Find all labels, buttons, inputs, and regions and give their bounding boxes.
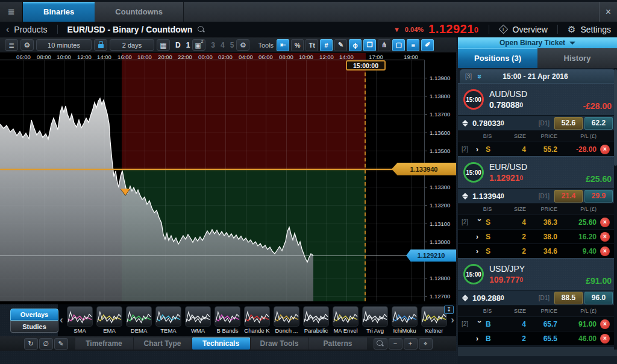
position-row[interactable]: ›S234.69.40× <box>458 243 617 258</box>
sell-quote-button[interactable]: 21.4 <box>554 190 583 202</box>
layout-count-3[interactable]: 3 <box>211 41 215 49</box>
download-icon[interactable]: ↧ <box>444 306 454 314</box>
position-card-aud-usd[interactable]: 15:00AUD/USD0.780880-£28.00 <box>458 83 617 115</box>
double-chevron-down-icon[interactable]: » <box>477 74 483 78</box>
indicator-parabolic[interactable]: Parabolic <box>303 306 329 334</box>
zoom-icon[interactable] <box>374 338 387 350</box>
lock-icon[interactable] <box>94 39 107 51</box>
sync-icon[interactable]: ↻ <box>24 338 38 350</box>
position-row[interactable]: ›B265.546.00× <box>458 331 617 345</box>
chevron-right-icon[interactable]: › <box>476 334 486 343</box>
close-position-icon[interactable]: × <box>600 319 610 329</box>
lines-icon[interactable]: ≡ <box>407 39 419 51</box>
open-binary-ticket-button[interactable]: Open Binary Ticket <box>458 37 617 48</box>
chevron-down-icon[interactable]: › <box>475 321 484 328</box>
zoom-out-icon[interactable]: − <box>389 338 402 350</box>
position-card-usd-jpy[interactable]: 15:00USD/JPY109.7770£91.00 <box>458 258 617 290</box>
tab-binaries[interactable]: Binaries <box>23 2 95 22</box>
settings-button[interactable]: Settings <box>580 25 611 34</box>
text-size-icon[interactable]: Tt <box>305 39 318 51</box>
position-row[interactable]: [2]›S455.2-28.00× <box>458 142 617 156</box>
indicator-ema[interactable]: EMA <box>96 306 122 334</box>
indicator-tema[interactable]: TEMA <box>155 306 181 334</box>
interval-select[interactable]: 10 minutes <box>36 39 92 51</box>
indicator-b-bands[interactable]: B Bands <box>215 306 240 334</box>
range-select[interactable]: 2 days <box>110 39 154 51</box>
expiry-group-header[interactable]: [3] » 15:00 - 21 Apr 2016 <box>460 69 615 83</box>
overview-button[interactable]: Overview <box>513 25 548 34</box>
strike-row-usd-jpy[interactable]: 109.2880[D1]88.596.0 <box>458 290 617 306</box>
indicator-sma[interactable]: SMA <box>67 306 93 334</box>
tab-chart-type[interactable]: Chart Type <box>133 337 192 350</box>
percent-pencil-icon[interactable]: ✐ <box>421 39 434 51</box>
draw-pencil-icon[interactable]: ✎ <box>334 39 347 51</box>
list-icon[interactable]: ≣ <box>5 39 18 51</box>
studies-button[interactable]: Studies <box>10 321 58 333</box>
grid-icon[interactable]: # <box>320 39 333 51</box>
percent-icon[interactable]: % <box>291 39 304 51</box>
chevron-down-icon[interactable]: › <box>475 219 484 226</box>
strike-row-aud-usd[interactable]: 0.780330[D1]52.662.2 <box>458 115 617 131</box>
indicator-donch[interactable]: Donch ... <box>274 306 299 334</box>
count-button[interactable]: 1 <box>186 41 190 49</box>
close-position-icon[interactable]: × <box>600 232 610 242</box>
position-row[interactable]: [2]›B465.791.00× <box>458 316 617 331</box>
pencil-icon[interactable]: ✎ <box>54 338 68 350</box>
close-position-icon[interactable]: × <box>600 246 610 256</box>
strike-price-line[interactable] <box>0 169 424 170</box>
chevron-right-icon[interactable]: › <box>451 314 454 326</box>
trendline-icon[interactable]: ⋔ <box>378 39 390 51</box>
tab-timeframe[interactable]: Timeframe <box>75 337 133 350</box>
strike-row-eur-usd[interactable]: 1.133940[D1]21.429.9 <box>458 188 617 204</box>
indicator-wma[interactable]: WMA <box>185 306 211 334</box>
close-position-icon[interactable]: × <box>600 145 610 154</box>
indicator-dema[interactable]: DEMA <box>126 306 152 334</box>
trade-marker-icon[interactable] <box>121 189 130 195</box>
settings-gear-icon[interactable]: ⚙ <box>236 39 249 51</box>
indicator-ichimoku[interactable]: IchiMoku <box>392 306 418 334</box>
overlays-button[interactable]: Overlays <box>10 309 58 321</box>
tab-technicals[interactable]: Technicals <box>192 337 250 350</box>
tab-positions[interactable]: Positions (3) <box>458 48 537 68</box>
tab-history[interactable]: History <box>537 48 617 68</box>
settings-gear-icon[interactable]: ⚙ <box>568 24 575 35</box>
position-row[interactable]: [2]›S436.325.60× <box>458 215 617 229</box>
sell-quote-button[interactable]: 52.6 <box>554 117 583 130</box>
scrollbar[interactable] <box>614 68 617 350</box>
buy-quote-button[interactable]: 96.0 <box>584 292 613 304</box>
close-icon[interactable]: × <box>599 2 617 22</box>
gear-icon[interactable]: ⚙ <box>20 39 34 51</box>
back-chevron-icon[interactable]: ‹ <box>6 24 9 35</box>
position-card-eur-usd[interactable]: 15:00EUR/USD1.129210£25.60 <box>458 156 617 188</box>
shape-icon[interactable]: ▢ <box>392 39 405 51</box>
period-button[interactable]: D <box>175 41 181 49</box>
chart-layout-icon[interactable]: ▣2 <box>192 39 205 51</box>
hamburger-menu-icon[interactable]: ≡ <box>0 2 23 22</box>
products-link[interactable]: Products <box>14 25 47 34</box>
tab-patterns[interactable]: Patterns <box>308 337 367 350</box>
chevron-left-icon[interactable]: ‹ <box>60 314 63 326</box>
reset-view-icon[interactable]: ⌖ <box>419 338 433 350</box>
tab-draw-tools[interactable]: Draw Tools <box>250 337 308 350</box>
search-icon[interactable] <box>197 25 205 34</box>
disable-icon[interactable]: ∅ <box>39 338 53 350</box>
price-axis[interactable]: 1.139001.138001.137001.136001.135001.133… <box>424 60 456 301</box>
sell-quote-button[interactable]: 88.5 <box>554 292 583 304</box>
calendar-icon[interactable]: ▦ <box>157 39 170 51</box>
chart-plot[interactable]: 06:0008:0010:0012:0014:0016:0018:0020:00… <box>0 53 456 304</box>
candlestick-icon[interactable]: ϕ <box>349 39 362 51</box>
chevron-right-icon[interactable]: › <box>476 145 486 154</box>
indicator-keltner[interactable]: Keltner <box>421 306 447 334</box>
close-position-icon[interactable]: × <box>600 218 610 227</box>
scrollbar-thumb[interactable] <box>614 69 617 166</box>
close-position-icon[interactable]: × <box>600 334 610 344</box>
position-row[interactable]: ›S238.016.20× <box>458 229 617 243</box>
buy-quote-button[interactable]: 62.2 <box>584 117 613 130</box>
chevron-right-icon[interactable]: › <box>476 247 486 256</box>
indicator-chande-k[interactable]: Chande K <box>244 306 270 334</box>
zoom-in-icon[interactable]: + <box>404 338 418 350</box>
chevron-right-icon[interactable]: › <box>476 233 486 241</box>
windows-icon[interactable]: ❐ <box>363 39 376 51</box>
tab-countdowns[interactable]: Countdowns <box>95 2 184 22</box>
buy-quote-button[interactable]: 29.9 <box>584 190 613 202</box>
